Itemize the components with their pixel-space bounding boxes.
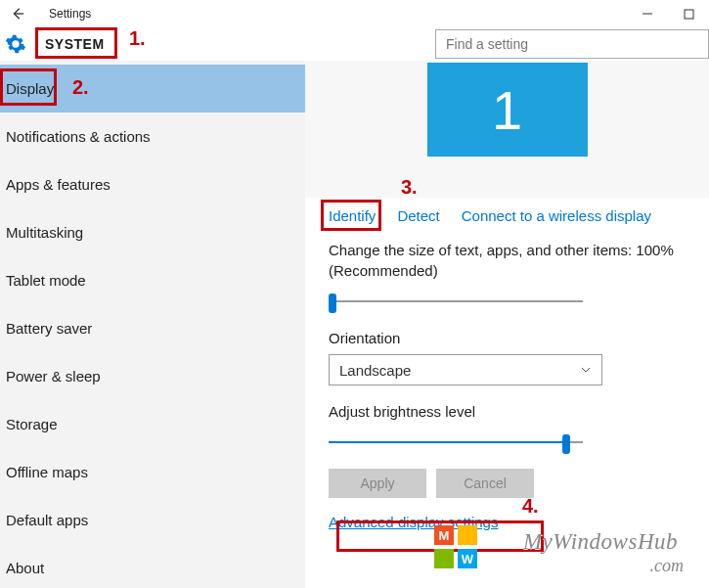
svg-rect-1 xyxy=(685,10,693,19)
slider-thumb[interactable] xyxy=(329,294,336,313)
orientation-value: Landscape xyxy=(339,362,411,379)
identify-link[interactable]: Identify xyxy=(329,207,376,224)
scale-slider[interactable] xyxy=(329,291,583,314)
sidebar-item-label: Tablet mode xyxy=(6,272,86,289)
sidebar-item-multitasking[interactable]: Multitasking xyxy=(0,208,305,256)
sidebar-item-label: Storage xyxy=(6,416,58,432)
back-arrow-icon xyxy=(11,7,24,21)
apply-button[interactable]: Apply xyxy=(329,469,426,498)
sidebar: Display Notifications & actions Apps & f… xyxy=(0,61,305,588)
brightness-slider[interactable] xyxy=(329,431,583,455)
slider-fill xyxy=(329,441,570,443)
window-controls xyxy=(627,0,709,27)
sidebar-item-storage[interactable]: Storage xyxy=(0,400,305,448)
monitor-number: 1 xyxy=(492,78,522,142)
titlebar: Settings xyxy=(0,0,709,27)
scale-label: Change the size of text, apps, and other… xyxy=(329,240,686,281)
content: 1 Identify Detect Connect to a wireless … xyxy=(305,61,709,588)
minimize-icon xyxy=(642,8,653,20)
monitor-preview-area: 1 xyxy=(305,61,709,198)
orientation-select[interactable]: Landscape xyxy=(329,354,602,385)
sidebar-item-label: Display xyxy=(6,80,54,97)
slider-track xyxy=(329,300,583,302)
sidebar-item-label: Default apps xyxy=(6,512,88,528)
sidebar-item-label: Offline maps xyxy=(6,464,88,480)
main: Display Notifications & actions Apps & f… xyxy=(0,61,709,588)
section-title: SYSTEM xyxy=(37,32,112,56)
maximize-button[interactable] xyxy=(668,0,709,27)
sidebar-item-display[interactable]: Display xyxy=(0,65,305,113)
sidebar-item-label: About xyxy=(6,560,44,576)
sidebar-item-power-sleep[interactable]: Power & sleep xyxy=(0,352,305,400)
settings-gear-icon[interactable] xyxy=(2,30,29,58)
sidebar-item-label: Apps & features xyxy=(6,176,111,193)
window-title: Settings xyxy=(49,7,91,21)
sidebar-item-offline-maps[interactable]: Offline maps xyxy=(0,448,305,496)
advanced-display-settings-link[interactable]: Advanced display settings xyxy=(329,514,498,530)
sidebar-item-label: Notifications & actions xyxy=(6,128,151,145)
maximize-icon xyxy=(684,9,694,20)
sidebar-item-label: Multitasking xyxy=(6,224,83,241)
sidebar-item-default-apps[interactable]: Default apps xyxy=(0,496,305,544)
search-input[interactable] xyxy=(435,29,709,59)
header: SYSTEM xyxy=(0,27,709,61)
button-label: Apply xyxy=(360,475,394,491)
sidebar-item-battery-saver[interactable]: Battery saver xyxy=(0,304,305,352)
search-container xyxy=(435,29,709,59)
button-row: Apply Cancel xyxy=(329,469,686,498)
back-button[interactable] xyxy=(6,2,29,25)
gear-icon xyxy=(5,33,26,55)
slider-thumb[interactable] xyxy=(562,434,570,454)
sidebar-item-apps-features[interactable]: Apps & features xyxy=(0,160,305,208)
sidebar-item-label: Power & sleep xyxy=(6,368,101,384)
wireless-display-link[interactable]: Connect to a wireless display xyxy=(462,207,651,224)
display-link-row: Identify Detect Connect to a wireless di… xyxy=(329,207,686,224)
minimize-button[interactable] xyxy=(627,0,668,27)
sidebar-item-notifications[interactable]: Notifications & actions xyxy=(0,113,305,160)
sidebar-item-about[interactable]: About xyxy=(0,544,305,588)
orientation-label: Orientation xyxy=(329,330,686,346)
chevron-down-icon xyxy=(580,362,592,379)
cancel-button[interactable]: Cancel xyxy=(436,469,534,498)
brightness-label: Adjust brightness level xyxy=(329,401,686,422)
button-label: Cancel xyxy=(464,475,507,491)
sidebar-item-label: Battery saver xyxy=(6,320,92,337)
sidebar-item-tablet-mode[interactable]: Tablet mode xyxy=(0,256,305,304)
monitor-preview[interactable]: 1 xyxy=(427,63,588,157)
detect-link[interactable]: Detect xyxy=(397,207,439,224)
